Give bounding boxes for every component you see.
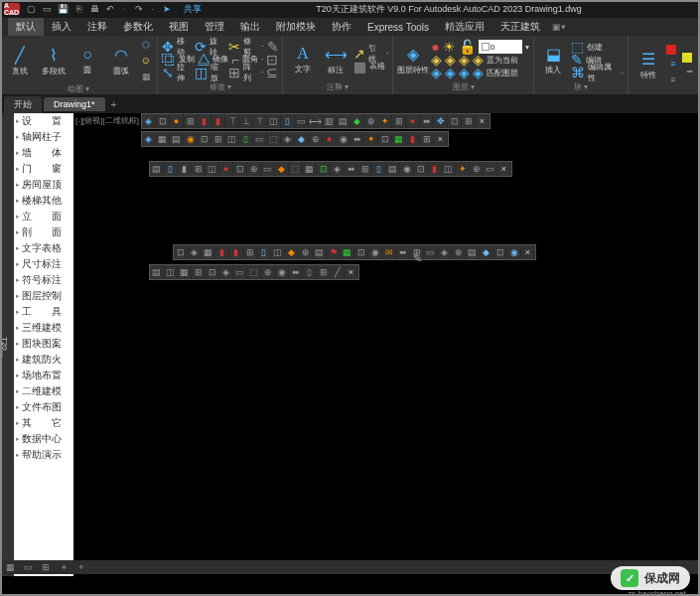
create-block-button[interactable]: 创建 [587,42,603,53]
tool-icon[interactable]: ⊡ [493,245,507,259]
tool-icon[interactable]: ◉ [184,132,198,146]
tool-icon[interactable]: ⊡ [378,132,392,146]
tool-icon[interactable]: ▤ [150,265,164,279]
tool-icon[interactable]: ▤ [386,162,400,176]
tab-view[interactable]: 视图 [161,18,197,36]
line-button[interactable]: ╱直线 [4,39,36,82]
tool-icon[interactable]: ▤ [466,245,480,259]
tool-icon[interactable]: ⊡ [174,245,188,259]
color-red-icon[interactable] [666,45,676,55]
tool-icon[interactable]: ▭ [233,265,247,279]
tool-icon[interactable]: ▯ [372,162,386,176]
sidebar-item[interactable]: 立 面 [14,209,73,224]
tool-icon[interactable]: ⊡ [448,114,462,128]
tool-icon[interactable]: ◉ [337,132,350,146]
tool-icon[interactable]: ◆ [275,162,289,176]
dimension-button[interactable]: ⟷标注 [321,38,351,81]
tool-icon[interactable]: ▯ [164,162,178,176]
drawing-canvas[interactable]: [-][俯视][二维线框] ◈⊡●⊞▮▮⟙⊥⊤◫▯▭⟷▥▤◆⊕✦⊞●⬌✥⊡⊞× … [73,113,700,576]
layer-properties-button[interactable]: ◈图层特性 [397,38,429,81]
sidebar-item[interactable]: 帮助演示 [14,447,73,463]
undo-icon[interactable]: ↶ [105,4,115,14]
tool-icon[interactable]: ⊥ [239,114,253,128]
sidebar-item[interactable]: 图块图案 [14,336,73,352]
tool-icon[interactable]: ▮ [178,162,192,176]
side-tab[interactable]: T20... [0,113,14,576]
sidebar-item[interactable]: 剖 面 [14,224,73,240]
expand-icon[interactable]: ▾ [85,84,89,93]
sidebar-item[interactable]: 设 置 [14,113,73,129]
tool-icon[interactable]: ⟙ [225,114,239,128]
tool-icon[interactable]: ● [219,162,233,176]
tool-icon[interactable]: ◫ [267,114,281,128]
tool-icon[interactable]: ◈ [281,132,295,146]
tool-icon[interactable]: ⊞ [392,114,406,128]
close-icon[interactable]: × [345,265,358,279]
expand-icon[interactable]: ▾ [471,82,475,91]
tool-icon[interactable]: ▮ [215,245,229,259]
tool-icon[interactable]: ▮ [211,114,225,128]
plot-icon[interactable]: 🖶 [89,4,99,14]
tool-icon[interactable]: ▭ [484,162,497,176]
tool-icon[interactable]: ◆ [480,245,493,259]
tool-icon[interactable]: ⊞ [358,162,372,176]
tool-icon[interactable]: ▦ [392,132,406,146]
expand-icon[interactable]: ▾ [345,82,349,91]
tool-icon[interactable]: ◫ [271,245,285,259]
circle-button[interactable]: ○圆 [71,39,103,82]
tool-icon[interactable]: ✦ [378,114,392,128]
tool-icon[interactable]: ● [170,114,184,128]
tool-icon[interactable]: ⊞ [317,265,331,279]
tab-addins[interactable]: 附加模块 [268,18,324,36]
tool-icon[interactable]: ⬚ [267,132,281,146]
sidebar-item[interactable]: 建筑防火 [14,352,73,368]
insert-block-button[interactable]: ⬓插入 [538,38,569,81]
table-button[interactable]: 表格 [369,61,385,72]
tool-icon[interactable]: ▦ [139,70,153,83]
tool-icon[interactable]: ▭ [424,245,438,259]
tab-collab[interactable]: 协作 [324,18,359,36]
sidebar-item[interactable]: 二维建模 [14,383,73,399]
tool-icon[interactable]: ⊕ [309,132,323,146]
tab-manage[interactable]: 管理 [197,18,232,36]
tool-icon[interactable]: ⊕ [364,114,378,128]
properties-button[interactable]: ☰特性 [632,44,664,87]
tool-icon[interactable]: ▤ [170,132,184,146]
tool-icon[interactable]: ▮ [198,114,211,128]
tab-drawing[interactable]: Drawing1* [44,97,105,111]
tool-icon[interactable]: ◈ [331,162,345,176]
tool-icon[interactable]: ⊡ [354,245,368,259]
tool-icon[interactable]: ╱ [331,265,345,279]
snap-icon[interactable]: ⌖ [58,561,70,573]
tool-icon[interactable]: ⊞ [192,162,206,176]
arc-button[interactable]: ◠圆弧 [105,39,137,82]
tool-icon[interactable]: ◉ [275,265,289,279]
saveas-icon[interactable]: ⎘ [73,4,83,14]
expand-icon[interactable]: ▾ [584,82,588,91]
lineweight-icon[interactable]: ━ [682,65,696,78]
floating-toolbar[interactable]: ◈▦▤◉⊡⊞◫▯▭⬚◈◆⊕●◉⬌✦⊡▦▮⊞× [141,131,449,147]
share-button[interactable]: 共享 [184,3,202,16]
tool-icon[interactable]: ▤ [337,114,350,128]
tool-icon[interactable]: ◫ [225,132,239,146]
save-icon[interactable]: 💾 [58,4,68,14]
tool-icon[interactable]: ⚑ [327,245,341,259]
floating-toolbar[interactable]: ▤◫▦⊞⊡◈▭⬚⊕◉⬌▯⊞╱× [149,264,359,280]
tool-icon[interactable]: ⬌ [396,245,410,259]
tool-icon[interactable]: ⊕ [452,245,466,259]
text-button[interactable]: A文字 [287,38,318,81]
plus-icon[interactable]: + [75,561,87,573]
redo-icon[interactable]: ↷ [134,4,144,14]
sidebar-item[interactable]: 尺寸标注 [14,256,73,272]
tool-icon[interactable]: ◉ [368,245,382,259]
tool-icon[interactable]: ▯ [281,114,295,128]
sidebar-item[interactable]: 楼梯其他 [14,193,73,209]
color-yellow-icon[interactable] [682,53,692,63]
tool-icon[interactable]: ▭ [295,114,309,128]
grid-icon[interactable]: ⊞ [40,561,52,573]
tool-icon[interactable]: ▤ [150,162,164,176]
tool-icon[interactable]: ▮ [229,245,243,259]
layer-selector[interactable]: 0 [479,40,522,54]
tool-icon[interactable]: ⊞ [420,132,434,146]
tool-icon[interactable]: ◆ [285,245,299,259]
